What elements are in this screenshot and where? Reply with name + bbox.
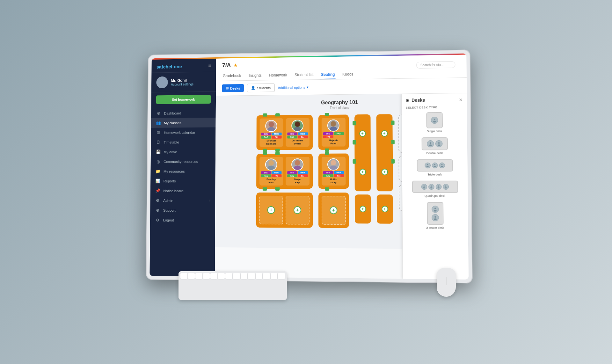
- desk-block-6: +: [318, 193, 349, 228]
- michael-avatar: [265, 120, 277, 132]
- user-section: Mr. Gohil Account settings: [151, 72, 216, 92]
- hamburger-icon[interactable]: ≡: [208, 63, 211, 69]
- sidebar-item-my-resources[interactable]: 📁 My resources: [150, 166, 215, 176]
- add-vert-4-button[interactable]: +: [381, 130, 388, 137]
- desk-type-quadruple[interactable]: Quadrupal desk: [406, 181, 464, 198]
- add-vert-5-button[interactable]: +: [381, 169, 388, 175]
- my-classes-icon: 👥: [156, 120, 161, 125]
- desk-type-triple[interactable]: Triple desk: [406, 159, 464, 176]
- seat-3: [435, 140, 442, 147]
- empty-seat-3: +: [322, 196, 346, 225]
- svg-point-26: [423, 186, 425, 187]
- add-vert-1-button[interactable]: +: [359, 130, 366, 137]
- sidebar-item-community-resources[interactable]: ◎ Community resources: [151, 157, 215, 166]
- rajesh-name: RajeshPatel: [329, 139, 338, 145]
- two-seater-desk-label: 2 seater desk: [426, 226, 444, 229]
- sidebar-item-dashboard[interactable]: ⊙ Dashboard: [151, 108, 216, 118]
- sidebar-item-my-classes[interactable]: 👥 My classes: [151, 118, 216, 128]
- double-desk-label: Double desk: [426, 151, 443, 155]
- desk-row-2: DIS MER PAS FAI BradleyHart: [259, 157, 310, 186]
- badge-mer: MER: [298, 132, 308, 135]
- sidebar-item-timetable[interactable]: 🗒 Timetable: [151, 137, 215, 147]
- support-icon: ⊕: [155, 208, 160, 213]
- sidebar-item-admin-label: Admin: [163, 199, 173, 202]
- svg-point-33: [445, 187, 447, 189]
- key: [203, 273, 210, 279]
- add-vert-6-button[interactable]: +: [382, 206, 388, 212]
- desk-row-3: + +: [259, 196, 309, 225]
- add-seat-3-button[interactable]: +: [330, 207, 337, 214]
- key: [278, 273, 285, 279]
- key: [195, 273, 202, 279]
- michael-name: MichaelConnors: [266, 139, 277, 145]
- hollie-avatar: [327, 158, 339, 171]
- students-button[interactable]: 👤 Students: [247, 84, 275, 92]
- empty-seat-1: +: [259, 196, 283, 224]
- sidebar-item-homework-calendar-label: Homework calendar: [164, 130, 195, 134]
- sidebar-item-reports[interactable]: 📊 Reports: [150, 176, 215, 186]
- badge-fai: FAI: [298, 174, 308, 177]
- sidebar-item-homework-calendar[interactable]: 🗓 Homework calendar: [151, 127, 215, 137]
- key: [188, 273, 195, 279]
- desk-type-single[interactable]: Single desk: [406, 112, 463, 133]
- tab-insights[interactable]: Insights: [248, 71, 262, 80]
- additional-options-button[interactable]: Additional options ▾: [278, 85, 309, 90]
- triple-desk-visual: [417, 159, 453, 172]
- svg-point-28: [431, 186, 432, 187]
- homework-calendar-icon: 🗓: [156, 130, 161, 135]
- seat-12: [432, 214, 439, 222]
- tab-gradebook[interactable]: Gradebook: [222, 72, 242, 81]
- panel-title-row: ⊞ Desks: [406, 98, 425, 103]
- handle-top-5: [324, 113, 329, 116]
- svg-point-4: [295, 121, 300, 127]
- reports-icon: 📊: [156, 178, 161, 183]
- desk-type-two-seater[interactable]: 2 seater desk: [406, 202, 464, 229]
- add-vert-2-button[interactable]: +: [359, 169, 366, 175]
- desk-row-6: +: [322, 196, 346, 225]
- desks-button[interactable]: ⊞ Desks: [222, 84, 244, 92]
- handle-bottom-5: [324, 149, 329, 152]
- svg-point-15: [433, 121, 435, 123]
- sidebar-item-community-resources-label: Community resources: [164, 160, 198, 164]
- sidebar-item-admin[interactable]: ⚙ Admin ›: [150, 196, 215, 206]
- badge-mer: MER: [271, 171, 281, 174]
- seat-2: [426, 140, 434, 147]
- svg-point-37: [434, 218, 436, 220]
- key: [256, 273, 263, 279]
- handle-bottom-3: [262, 187, 267, 191]
- tab-homework[interactable]: Homework: [268, 71, 288, 80]
- close-panel-button[interactable]: ✕: [459, 97, 463, 102]
- tab-seating[interactable]: Seating: [320, 70, 335, 79]
- tab-kudos[interactable]: Kudos: [342, 70, 354, 79]
- bradley-name: BradleyHart: [266, 178, 276, 184]
- set-homework-button[interactable]: Set homework: [156, 95, 211, 104]
- sidebar-item-notice-board[interactable]: 📌 Notice board: [150, 186, 215, 196]
- app-container: satchel:one ≡ Mr. Gohil Account settings: [149, 55, 469, 280]
- desk-type-double[interactable]: Double desk: [406, 137, 463, 155]
- svg-point-0: [159, 78, 165, 83]
- sidebar-item-support[interactable]: ⊕ Support: [150, 205, 215, 215]
- michael-badges: DIS MER PAS FAI: [261, 133, 281, 139]
- user-info: Mr. Gohil Account settings: [171, 78, 211, 86]
- add-vert-3-button[interactable]: +: [360, 206, 366, 212]
- key: [241, 273, 248, 279]
- sidebar-item-logout-label: Logout: [163, 218, 174, 222]
- hollie-name: HollieGray: [330, 178, 337, 184]
- add-seat-1-button[interactable]: +: [267, 206, 275, 214]
- sidebar-item-logout[interactable]: ⊖ Logout: [150, 215, 215, 225]
- sidebar-item-my-drive[interactable]: 💾 My drive: [151, 147, 215, 157]
- svg-point-10: [331, 121, 336, 127]
- student-card-michael: DIS MER PAS FAI MichaelConnors: [259, 118, 283, 147]
- svg-point-36: [434, 216, 436, 218]
- sidebar-item-timetable-label: Timetable: [164, 140, 179, 144]
- avatar: [156, 76, 168, 88]
- add-seat-2-button[interactable]: +: [294, 207, 301, 214]
- svg-point-9: [294, 166, 301, 171]
- badge-dis: DIS: [323, 171, 333, 174]
- tab-student-list[interactable]: Student list: [294, 71, 314, 80]
- key: [180, 273, 187, 279]
- badge-fai: FAI: [323, 135, 333, 138]
- jermaine-name: JermaineEvans: [292, 139, 303, 145]
- v-handle-5: [391, 140, 394, 144]
- svg-point-18: [438, 142, 440, 144]
